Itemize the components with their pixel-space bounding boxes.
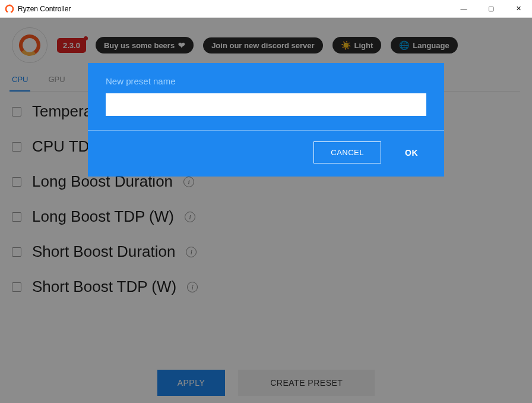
close-button[interactable]: ✕ bbox=[505, 0, 532, 17]
window-title: Ryzen Controller bbox=[18, 5, 71, 13]
modal-label: New preset name bbox=[106, 76, 426, 86]
window-controls: — ▢ ✕ bbox=[450, 0, 532, 17]
maximize-button[interactable]: ▢ bbox=[477, 0, 505, 17]
ok-button[interactable]: OK bbox=[397, 142, 426, 163]
preset-name-input[interactable] bbox=[106, 93, 426, 116]
cancel-button[interactable]: CANCEL bbox=[314, 141, 381, 163]
svg-point-0 bbox=[5, 4, 14, 14]
new-preset-modal: New preset name CANCEL OK bbox=[88, 63, 444, 177]
modal-overlay: New preset name CANCEL OK bbox=[0, 18, 532, 403]
titlebar: Ryzen Controller — ▢ ✕ bbox=[0, 0, 532, 18]
minimize-button[interactable]: — bbox=[450, 0, 477, 17]
app-icon bbox=[5, 4, 14, 14]
